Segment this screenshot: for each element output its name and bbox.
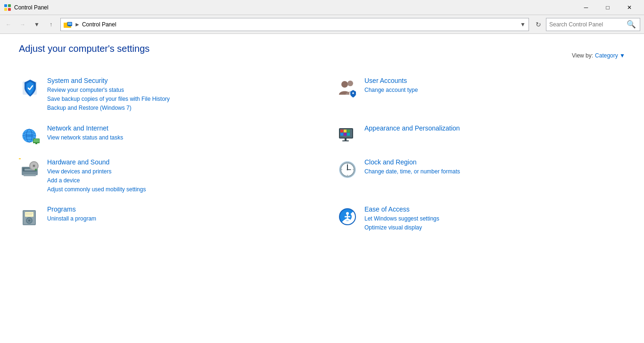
svg-point-57 (29, 220, 30, 221)
svg-rect-24 (340, 130, 343, 132)
ease-of-access-title[interactable]: Ease of Access (364, 205, 439, 213)
page-title: Adjust your computer's settings (19, 43, 149, 54)
svg-rect-6 (68, 23, 72, 25)
address-bar[interactable]: ► Control Panel ▼ (60, 18, 529, 31)
back-button[interactable]: ← (2, 18, 15, 31)
refresh-button[interactable]: ↻ (532, 18, 545, 31)
change-account-type-link[interactable]: Change account type (364, 86, 418, 95)
navigation-bar: ← → ▼ ↑ ► Control Panel ▼ ↻ 🔍 (0, 15, 644, 34)
clock-region-icon (336, 158, 359, 181)
user-accounts-icon (336, 77, 359, 99)
ease-of-access-text: Ease of Access Let Windows suggest setti… (364, 205, 439, 232)
svg-rect-25 (344, 130, 347, 132)
svg-rect-29 (347, 133, 350, 136)
content-header: Adjust your computer's settings View by:… (19, 43, 625, 65)
view-by-control: View by: Category ▼ (572, 52, 625, 59)
view-devices-printers-link[interactable]: View devices and printers (47, 167, 146, 176)
category-clock-region: Clock and Region Change date, time, or n… (336, 158, 625, 195)
category-network-internet: Network and Internet View network status… (19, 124, 308, 147)
svg-rect-20 (33, 139, 39, 142)
svg-rect-27 (340, 133, 343, 136)
address-path: Control Panel (82, 21, 116, 28)
programs-title[interactable]: Programs (47, 205, 96, 213)
system-security-icon (19, 77, 41, 99)
save-backup-link[interactable]: Save backup copies of your files with Fi… (47, 95, 170, 104)
search-bar-container: 🔍 (546, 18, 640, 31)
svg-rect-28 (344, 133, 347, 136)
maximize-button[interactable]: □ (597, 0, 619, 15)
categories-grid: System and Security Review your computer… (19, 77, 625, 233)
clock-region-title[interactable]: Clock and Region (364, 158, 460, 166)
view-by-label: View by: (572, 52, 593, 59)
address-dropdown-button[interactable]: ▼ (520, 21, 526, 28)
svg-rect-7 (69, 26, 71, 26)
window-controls: ─ □ ✕ (575, 0, 640, 15)
system-security-title[interactable]: System and Security (47, 77, 170, 84)
category-system-security: System and Security Review your computer… (19, 77, 308, 113)
search-icon: 🔍 (627, 20, 638, 29)
view-by-chevron: ▼ (619, 52, 625, 59)
network-internet-icon (19, 124, 41, 147)
svg-rect-0 (4, 4, 7, 7)
appearance-text: Appearance and Personalization (364, 124, 460, 133)
app-icon (4, 4, 11, 11)
review-computer-status-link[interactable]: Review your computer's status (47, 86, 170, 95)
svg-rect-3 (8, 8, 11, 11)
title-bar: Control Panel ─ □ ✕ (0, 0, 644, 15)
clock-region-text: Clock and Region Change date, time, or n… (364, 158, 460, 176)
recent-locations-button[interactable]: ▼ (30, 18, 43, 31)
uninstall-program-link[interactable]: Uninstall a program (47, 214, 96, 223)
view-by-dropdown[interactable]: Category ▼ (595, 52, 625, 59)
hardware-sound-title[interactable]: Hardware and Sound (47, 158, 146, 166)
svg-rect-2 (4, 8, 7, 11)
minimize-button[interactable]: ─ (575, 0, 597, 15)
programs-icon (19, 205, 41, 228)
ease-of-access-icon (336, 205, 359, 228)
user-accounts-title[interactable]: User Accounts (364, 77, 418, 84)
category-appearance: Appearance and Personalization (336, 124, 625, 147)
svg-point-40 (35, 169, 37, 171)
content-area: Adjust your computer's settings View by:… (0, 34, 644, 326)
add-device-link[interactable]: Add a device (47, 176, 146, 185)
svg-rect-41 (19, 158, 21, 159)
category-programs: Programs Uninstall a program (19, 205, 308, 232)
appearance-icon (336, 124, 359, 147)
svg-rect-58 (25, 212, 33, 217)
network-internet-text: Network and Internet View network status… (47, 124, 123, 142)
category-hardware-sound: Hardware and Sound View devices and prin… (19, 158, 308, 195)
svg-rect-13 (353, 92, 354, 94)
close-button[interactable]: ✕ (619, 0, 640, 15)
category-user-accounts: User Accounts Change account type (336, 77, 625, 113)
view-network-status-link[interactable]: View network status and tasks (47, 133, 123, 142)
category-ease-of-access: Ease of Access Let Windows suggest setti… (336, 205, 625, 232)
svg-point-38 (33, 165, 35, 166)
let-windows-suggest-link[interactable]: Let Windows suggest settings (364, 214, 439, 223)
forward-button[interactable]: → (16, 18, 29, 31)
user-accounts-text: User Accounts Change account type (364, 77, 418, 95)
svg-point-9 (341, 81, 348, 88)
system-security-text: System and Security Review your computer… (47, 77, 170, 113)
folder-icon (64, 21, 72, 28)
svg-point-10 (347, 81, 353, 86)
backup-restore-link[interactable]: Backup and Restore (Windows 7) (47, 104, 170, 113)
svg-point-65 (346, 212, 349, 215)
optimize-visual-display-link[interactable]: Optimize visual display (364, 223, 439, 232)
appearance-title[interactable]: Appearance and Personalization (364, 124, 460, 132)
mobility-settings-link[interactable]: Adjust commonly used mobility settings (47, 185, 146, 194)
window-title: Control Panel (14, 4, 49, 11)
hardware-sound-text: Hardware and Sound View devices and prin… (47, 158, 146, 195)
up-button[interactable]: ↑ (44, 18, 58, 31)
search-input[interactable] (546, 21, 627, 28)
svg-rect-30 (345, 139, 347, 140)
svg-rect-26 (347, 130, 350, 132)
svg-rect-21 (35, 143, 37, 144)
svg-rect-31 (342, 140, 349, 141)
main-content: Adjust your computer's settings View by:… (0, 34, 644, 326)
network-internet-title[interactable]: Network and Internet (47, 124, 123, 132)
programs-text: Programs Uninstall a program (47, 205, 96, 223)
change-date-time-link[interactable]: Change date, time, or number formats (364, 167, 460, 176)
hardware-sound-icon (19, 158, 41, 181)
svg-rect-1 (8, 4, 11, 7)
svg-rect-39 (24, 174, 36, 176)
breadcrumb-separator: ► (74, 21, 80, 28)
